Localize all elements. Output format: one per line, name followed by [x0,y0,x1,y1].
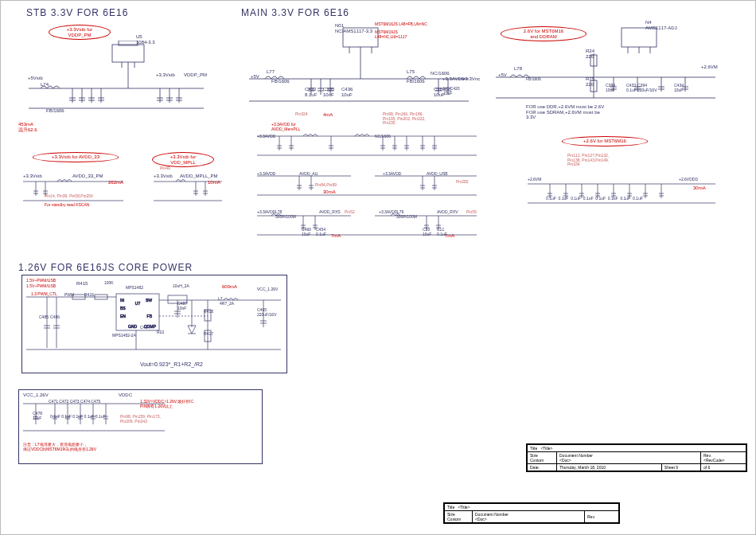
lbl-u5: U51084-3.3 [136,34,155,45]
tb-title-val: <Title> [540,446,552,451]
lbl-v26vm: +2.6VM [701,64,718,70]
lbl-c465: C465220uF/16V [257,308,276,317]
lbl-c384: C38410uF [606,84,615,92]
lbl-i30b: 30mA [693,185,706,191]
lbl-v33stb: +3.3Vstb [156,72,175,78]
lbl-v26vm-b: +2.6VM [528,178,541,182]
lbl-vcc126-b: VCC_1.26V [23,392,49,398]
lbl-p52: Pin52 [345,210,355,215]
tb2-title-val: <Title> [458,505,470,510]
tb2-rev-hdr: Rev. [587,514,595,519]
lbl-pins-std: Pin14, Pin39, Pin58,Pin254 [45,194,93,199]
tb-sheet-hdr: Sheet [664,465,675,470]
lbl-c433: C4330.1uF [626,84,637,92]
lbl-c385: C38510uF [323,87,334,97]
sch-caps-row1 [255,128,478,164]
sch-core: U7 IN BS EN SW FB GND COMP [25,278,283,369]
lbl-c487: C48710nF [177,302,187,310]
title-main: MAIN 3.3V FOR 6E16 [241,7,349,18]
lbl-n4: N4AMS1117-ADJ [645,20,677,30]
lbl-r416-pwm: PWM [64,293,74,298]
tb-of-hdr: of [703,465,707,470]
lbl-v26vdd: +2.6VDDD [679,178,698,182]
sch-ddram [494,25,717,112]
lbl-u7-part: MPS1482-2A [112,334,136,338]
lbl-01-row: 0.1uF 0.1uF 0.1uF 0.1uF 0.1uF 0.1uF 0.1u… [546,197,643,201]
tb-doc-val: <Doc> [559,458,571,463]
lbl-300rb: 300R/100M [396,215,417,220]
svg-text:GND: GND [128,324,138,329]
lbl-l78b: L78 [514,66,522,72]
lbl-r417: R417 [204,332,213,337]
title-core: 1.26V FOR 6E16JS CORE POWER [18,262,193,273]
lbl-caprow-d: C471 C472 C473 C474 C475 [49,400,100,404]
lbl-r416: R416 [84,293,94,298]
lbl-r22: R22 [157,330,164,335]
lbl-c454: C4540.1uF [316,228,326,236]
lbl-fb1606b: FB/1606 [407,79,425,84]
lbl-13pwr: 1.5V~PWM/USB [26,278,56,283]
lbl-fb1606c: FB/1606 [271,79,290,84]
lbl-c432: C4328.1uF [305,87,317,97]
lbl-fb1606d: FB/1606 [526,77,541,82]
lbl-i7: 7mA [331,233,341,239]
lbl-warn-cn: 注意：L7电流要大，直流电阻要小，保证VDDC到MST6M19GL的电压在1.2… [23,442,96,451]
tb-rev-val: <RevCode> [703,458,725,463]
lbl-c484: C484 [140,326,150,330]
lbl-p98: Pin98, Pin166, Pin186,Pin195, Pin202, Pi… [383,112,426,126]
lbl-i4: 4mA [323,112,333,118]
bubble-mst6m16: +2.6V for MST6M16 [562,136,648,146]
lbl-c460: C46010uF [302,228,311,236]
svg-text:IN: IN [120,298,124,303]
lbl-c485: C485 [39,315,49,320]
lbl-v33avdd-f: +3.3AVDD [379,210,397,215]
lbl-avdd-au: AVDD_AU [299,172,318,177]
lbl-mst-a: MST6M16JS L48=FB,U6=NC [375,21,427,26]
lbl-ind2a: 10uH_2A [173,284,189,289]
titleblock-1: Title <Title> SizeCustom Document Number… [526,443,747,472]
lbl-p282: Pin282 [456,180,469,185]
note-ddr: FOR use DDR,+2.6VM must be 2.6VFOR use S… [526,104,604,120]
lbl-300r: 300R/100M [275,215,296,220]
tb-total-val: 6 [708,465,711,470]
lbl-p88: Pin98, Pin159, Pin173,Pin209, Pin242 [120,415,161,424]
lbl-avdd33pm: AVDD_33_PM [72,174,103,179]
lbl-v33avdd-b: +3.3AVDD [257,135,275,139]
lbl-vddp: VDDP_PM [184,72,207,78]
svg-text:U7: U7 [135,301,141,306]
lbl-c394: C394220uF/16V [637,84,657,92]
lbl-avdd-rxv: AVDD_RXV [437,210,458,215]
lbl-vcc126: VCC_1.26V [257,287,278,292]
bubble-vddp-pm: +3.3Vstb forVDDP_PM [49,25,111,40]
lbl-i30a: 30mA [323,189,336,195]
lbl-vddc-cn: 1.32V>VDDC>1.26V,最好在ICPIN脚有1.26V以上 [140,399,193,408]
lbl-nc1606: NC/1606 [431,71,450,76]
lbl-c434: C43410uF [674,84,684,92]
lbl-i10: 10mA [208,180,220,185]
lbl-13pwr-b: 1.5V~PWM/USB [26,283,56,288]
lbl-avddmpll: AVDD_MPLL_PM [180,174,218,179]
svg-rect-123 [622,28,657,47]
tb-size-val: Custom [530,458,544,463]
lbl-r415: R415 [76,281,88,287]
lbl-c486: C486 [50,315,60,320]
formula-vout: Vout=0.923*_R1+R2_/R2 [140,361,203,367]
tb2-title-hdr: Title [447,505,454,510]
lbl-p49: Pin49 [160,166,170,171]
lbl-l77: L77 [267,69,275,75]
lbl-pwm: 1.3 PWM_CTL [31,291,57,296]
sch-main [247,23,470,111]
lbl-v5stb-a: +5Vstb [28,76,43,81]
lbl-i600: 600mA [222,284,237,290]
lbl-v33avdd-d: +3.3AVDD [383,172,401,177]
lbl-n01: N01NC/AMS1117-3.3 [335,23,372,33]
lbl-nc420: NC/C42010uF [443,87,460,96]
lbl-i262: 262mA [108,180,123,185]
lbl-i453: 453mA温升62.6 [18,122,37,133]
svg-rect-0 [112,45,144,62]
tb2-size-val: Custom [447,517,461,521]
lbl-v33avdd-c: +3.3AVDD [257,172,275,177]
lbl-l75: L75 [407,69,415,75]
lbl-p84: Pin84,Pin89 [315,183,337,188]
lbl-01row: 0.1uF 0.1uF 0.1uF 0.1uF 0.1uF [50,415,106,420]
